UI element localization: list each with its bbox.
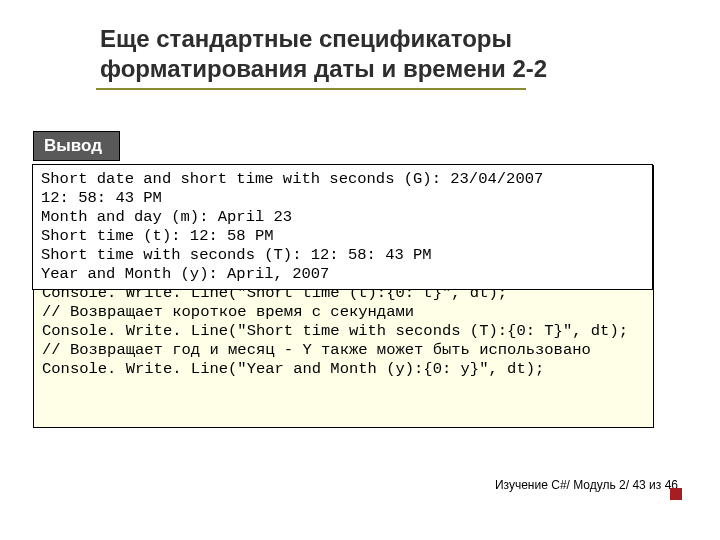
title-line-2: форматирования даты и времени 2-2 (100, 55, 547, 82)
output-block: Short date and short time with seconds (… (32, 164, 653, 290)
footer-pagination: Изучение C#/ Модуль 2/ 43 из 46 (495, 478, 678, 492)
content-stack: // Возвращает короткую дату и короткое в… (33, 165, 654, 428)
title-underline (96, 88, 526, 90)
slide-title: Еще стандартные спецификаторы форматиров… (100, 24, 550, 84)
accent-decoration (670, 488, 682, 500)
output-badge: Вывод (33, 131, 120, 161)
title-line-1: Еще стандартные спецификаторы (100, 25, 512, 52)
